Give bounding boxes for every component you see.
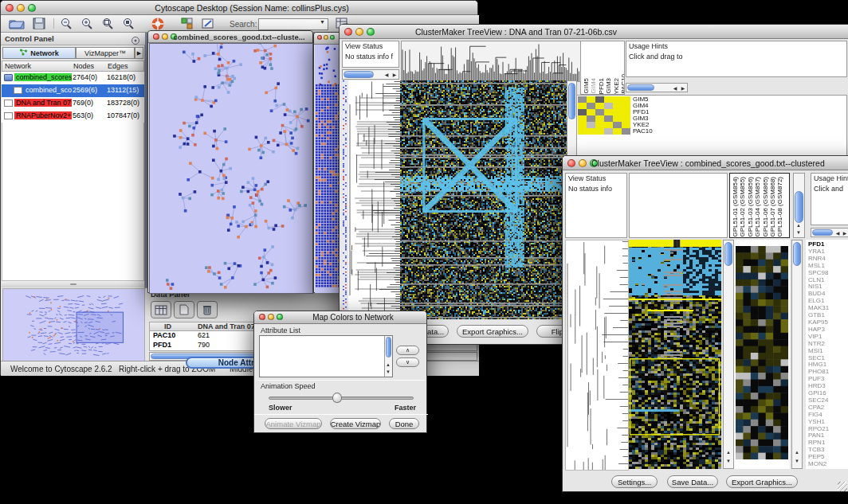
treeview2-detail-vscrollbar[interactable]: ▲ ▼ bbox=[791, 240, 803, 469]
zoom-in-icon[interactable] bbox=[80, 18, 93, 33]
attribute-row-id: PAC10 bbox=[153, 331, 175, 339]
network-view-canvas[interactable] bbox=[149, 43, 313, 294]
treeview2-vscroll-thumb[interactable] bbox=[724, 242, 732, 266]
close-icon[interactable] bbox=[259, 314, 265, 320]
row-label: PAC10 bbox=[633, 128, 673, 135]
minimize-icon[interactable] bbox=[162, 33, 168, 40]
treeview1-detail-hscroll-thumb[interactable] bbox=[627, 84, 654, 91]
treeview2-main-heatmap[interactable] bbox=[629, 240, 721, 469]
export-graphics-label: Export Graphics... bbox=[462, 327, 523, 336]
treeview1-export-graphics-button[interactable]: Export Graphics... bbox=[457, 325, 528, 338]
dense-network-window-controls[interactable] bbox=[317, 35, 335, 40]
close-icon[interactable] bbox=[6, 4, 14, 12]
network-list-row[interactable]: RNAPuberNov2+ 563(0) 107847(0) bbox=[2, 110, 144, 123]
treeview1-detail-hscrollbar[interactable]: ◀ ▶ bbox=[626, 83, 688, 92]
network-list-row[interactable]: combined_scores 2764(0) 16218(0) bbox=[2, 72, 144, 84]
scroll-down-icon[interactable]: ▼ bbox=[793, 459, 801, 464]
scroll-down-icon[interactable]: ▼ bbox=[384, 369, 392, 375]
window-resize-grip[interactable] bbox=[838, 482, 847, 491]
treeview2-detail-heatmap[interactable] bbox=[736, 246, 788, 459]
move-up-button[interactable]: ∧ bbox=[396, 346, 419, 355]
attribute-select-button[interactable] bbox=[151, 301, 171, 318]
done-button[interactable]: Done bbox=[389, 418, 419, 429]
scroll-right-icon[interactable]: ▶ bbox=[391, 72, 398, 78]
search-input[interactable] bbox=[258, 18, 328, 30]
scroll-down-icon[interactable]: ▼ bbox=[795, 230, 803, 236]
panel-splitter[interactable] bbox=[2, 281, 144, 287]
network-list-row[interactable]: DNA and Tran 07 769(0) 183728(0) bbox=[2, 97, 144, 110]
scroll-right-icon[interactable]: ▶ bbox=[679, 86, 687, 92]
tab-network[interactable]: Network bbox=[2, 47, 76, 59]
network-list-row[interactable]: combined_sco 2569(6) 13112(15) bbox=[2, 84, 144, 97]
treeview1-left-hscroll-thumb[interactable] bbox=[344, 71, 374, 78]
scroll-right-icon[interactable]: ▶ bbox=[841, 231, 848, 236]
treeview1-row-dendrogram[interactable] bbox=[348, 80, 400, 319]
treeview1-vscroll-thumb[interactable] bbox=[568, 83, 575, 119]
treeview1-left-hscrollbar[interactable]: ◀ ▶ bbox=[342, 69, 399, 80]
network-overview-thumbnail[interactable] bbox=[2, 288, 145, 362]
save-session-icon[interactable] bbox=[33, 18, 45, 33]
speed-slider-thumb[interactable] bbox=[332, 393, 342, 403]
minimize-icon[interactable] bbox=[268, 314, 274, 320]
treeview2-vscrollbar[interactable]: ▲ ▼ bbox=[723, 240, 734, 469]
minimize-icon[interactable] bbox=[324, 35, 328, 40]
scroll-up-icon[interactable]: ▲ bbox=[384, 362, 392, 368]
scroll-up-icon[interactable]: ▲ bbox=[795, 223, 803, 229]
scroll-left-icon[interactable]: ◀ bbox=[671, 86, 679, 92]
detail-hscroll-thumb[interactable] bbox=[812, 229, 833, 236]
network-view-title: combined_scores_good.txt--cluste... bbox=[172, 33, 306, 41]
settings-label: Settings... bbox=[618, 478, 651, 486]
treeview2-export-graphics-button[interactable]: Export Graphics... bbox=[726, 475, 798, 488]
move-down-button[interactable]: ∨ bbox=[396, 357, 419, 367]
scroll-up-icon[interactable]: ▲ bbox=[724, 450, 732, 455]
view-status-title: View Status bbox=[343, 41, 398, 52]
treeview2-row-dendrogram[interactable] bbox=[565, 240, 629, 471]
zoom-window-icon[interactable] bbox=[277, 314, 283, 320]
zoom-selected-icon[interactable] bbox=[122, 18, 135, 33]
treeview1-detail-heatmap[interactable] bbox=[578, 96, 630, 135]
create-vizmap-button[interactable]: Create Vizmap bbox=[330, 418, 381, 429]
close-icon[interactable] bbox=[153, 33, 159, 40]
attribute-row-id: PFD1 bbox=[153, 341, 171, 349]
move-up-label: ∧ bbox=[406, 347, 410, 354]
network-view-titlebar[interactable]: combined_scores_good.txt--cluste... bbox=[148, 31, 312, 43]
treeview2-save-data-button[interactable]: Save Data... bbox=[667, 475, 718, 488]
search-dropdown-arrow-icon[interactable]: ▼ bbox=[320, 19, 325, 25]
labels-vscroll-thumb[interactable] bbox=[795, 191, 803, 223]
close-icon[interactable] bbox=[567, 159, 575, 167]
network-list: combined_scores 2764(0) 16218(0) combine… bbox=[2, 72, 144, 123]
close-icon[interactable] bbox=[317, 35, 322, 40]
scroll-down-icon[interactable]: ▼ bbox=[724, 459, 732, 464]
minimize-icon[interactable] bbox=[579, 159, 587, 167]
dialog-title: Map Colors to Network bbox=[286, 313, 420, 322]
tab-overflow-button[interactable]: ▶ bbox=[135, 47, 143, 59]
new-attribute-button[interactable] bbox=[174, 301, 194, 318]
attribute-listbox[interactable] bbox=[259, 335, 393, 377]
treeview1-titlebar[interactable]: ClusterMaker TreeView : DNA and Tran 07-… bbox=[340, 25, 848, 39]
window-controls[interactable] bbox=[6, 4, 36, 12]
treeview2-window: ClusterMaker TreeView : combined_scores_… bbox=[562, 155, 848, 492]
treeview1-column-dendrogram[interactable] bbox=[401, 41, 581, 82]
treeview2-settings-button[interactable]: Settings... bbox=[611, 475, 658, 488]
zoom-fit-icon[interactable] bbox=[101, 18, 114, 33]
animate-vizmap-button[interactable]: Animate Vizmap bbox=[265, 418, 322, 429]
zoom-window-icon[interactable] bbox=[330, 35, 335, 40]
dialog-window-controls[interactable] bbox=[259, 314, 283, 320]
zoom-out-icon[interactable] bbox=[60, 18, 73, 33]
attribute-list-vscrollbar[interactable]: ▲ ▼ bbox=[384, 336, 392, 377]
attribute-list-scroll-thumb[interactable] bbox=[386, 337, 391, 357]
tab-vizmapper[interactable]: VizMapper™ bbox=[76, 47, 135, 59]
detail-vscroll-thumb[interactable] bbox=[793, 242, 801, 266]
treeview1-main-heatmap[interactable] bbox=[400, 80, 567, 319]
minimize-icon[interactable] bbox=[17, 4, 25, 12]
treeview2-titlebar[interactable]: ClusterMaker TreeView : combined_scores_… bbox=[563, 156, 848, 170]
scroll-up-icon[interactable]: ▲ bbox=[793, 450, 801, 455]
treeview2-labels-vscrollbar[interactable]: ▲ ▼ bbox=[793, 173, 805, 238]
treeview2-column-dendrogram-area[interactable] bbox=[629, 173, 728, 238]
scroll-left-icon[interactable]: ◀ bbox=[383, 72, 391, 78]
main-titlebar[interactable]: Cytoscape Desktop (Session Name: collins… bbox=[1, 1, 477, 15]
treeview2-detail-hscrollbar[interactable]: ◀ ▶ bbox=[811, 228, 848, 237]
dialog-titlebar[interactable]: Map Colors to Network bbox=[254, 311, 426, 324]
open-session-icon[interactable] bbox=[9, 18, 25, 33]
delete-attribute-button[interactable] bbox=[197, 301, 218, 318]
